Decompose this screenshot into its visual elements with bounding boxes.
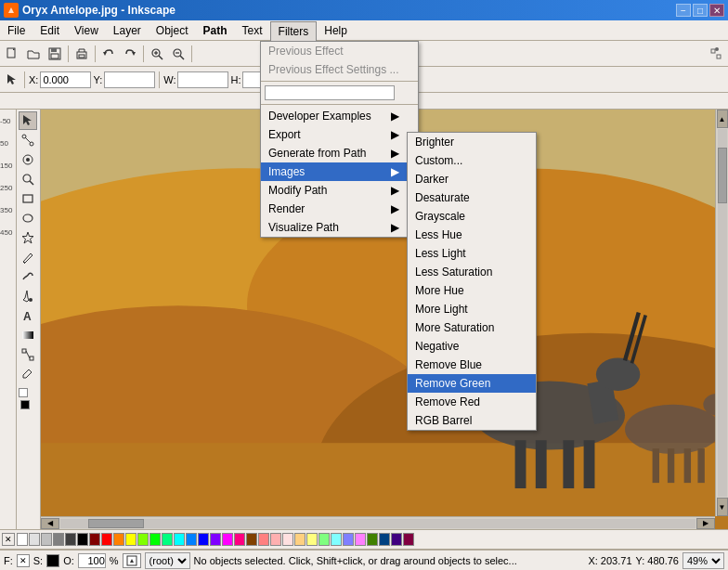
previous-effect-settings-item[interactable]: Previous Effect Settings ... <box>261 60 418 79</box>
text-tool[interactable]: A <box>19 306 37 325</box>
swatch-violet2[interactable] <box>355 533 366 546</box>
more-saturation-item[interactable]: More Saturation <box>408 318 536 337</box>
opacity-input[interactable] <box>78 553 106 568</box>
images-item[interactable]: Images ▶ <box>261 162 418 181</box>
custom-item[interactable]: Custom... <box>408 151 536 170</box>
bg-color[interactable] <box>20 400 30 409</box>
less-hue-item[interactable]: Less Hue <box>408 226 536 244</box>
swatch-moccasin[interactable] <box>294 533 306 546</box>
select-tool[interactable] <box>19 111 37 130</box>
swatch-violet[interactable] <box>210 533 221 546</box>
swatch-springgreen[interactable] <box>162 533 173 546</box>
open-button[interactable] <box>23 44 44 64</box>
swatch-cyan[interactable] <box>174 533 185 546</box>
menu-path[interactable]: Path <box>196 20 235 40</box>
previous-effect-item[interactable]: Previous Effect <box>261 42 418 60</box>
undo-button[interactable] <box>98 44 119 64</box>
calligraphy-tool[interactable] <box>19 267 37 286</box>
menu-edit[interactable]: Edit <box>32 20 67 40</box>
layer-select[interactable]: (root) <box>145 552 190 569</box>
scroll-thumb-h[interactable] <box>88 519 144 528</box>
swatch-magenta[interactable] <box>222 533 233 546</box>
redo-button[interactable] <box>120 44 140 64</box>
swatch-lightgray[interactable] <box>29 533 40 546</box>
new-button[interactable] <box>2 44 22 64</box>
export-item[interactable]: Export ▶ <box>261 125 418 144</box>
fill-swatch[interactable]: ✕ <box>17 554 30 567</box>
close-button[interactable]: ✕ <box>709 4 724 17</box>
pencil-tool[interactable] <box>19 248 37 266</box>
zoom-out-button[interactable] <box>168 44 188 64</box>
less-saturation-item[interactable]: Less Saturation <box>408 263 536 281</box>
negative-item[interactable]: Negative <box>408 337 536 356</box>
swatch-brown[interactable] <box>246 533 257 546</box>
scrollbar-vertical[interactable]: ▲ ▼ <box>715 110 728 516</box>
swatch-verydarkgray[interactable] <box>65 533 76 546</box>
tweak-tool[interactable] <box>19 150 37 169</box>
swatch-white[interactable] <box>17 533 28 546</box>
swatch-lime[interactable] <box>137 533 149 546</box>
minimize-button[interactable]: − <box>676 4 691 17</box>
menu-text[interactable]: Text <box>235 20 270 40</box>
swatch-olivedrab[interactable] <box>367 533 378 546</box>
swatch-navyblue[interactable] <box>379 533 390 546</box>
swatch-lightcyan[interactable] <box>331 533 342 546</box>
zoom-select[interactable]: 49% 100% 50% <box>682 552 724 569</box>
menu-help[interactable]: Help <box>317 20 355 40</box>
render-item[interactable]: Render ▶ <box>261 200 418 218</box>
swatch-palegreen[interactable] <box>318 533 330 546</box>
more-light-item[interactable]: More Light <box>408 300 536 318</box>
swatch-black[interactable] <box>77 533 88 546</box>
swatch-darkgray[interactable] <box>53 533 64 546</box>
star-tool[interactable] <box>19 228 37 247</box>
visualize-path-item[interactable]: Visualize Path ▶ <box>261 218 418 237</box>
swatch-lightsalmon[interactable] <box>270 533 281 546</box>
swatch-green[interactable] <box>150 533 161 546</box>
scroll-track-v[interactable] <box>718 129 727 497</box>
dropper-tool[interactable] <box>19 365 37 383</box>
maximize-button[interactable]: □ <box>693 4 708 17</box>
swatch-salmon[interactable] <box>258 533 269 546</box>
grayscale-item[interactable]: Grayscale <box>408 207 536 226</box>
less-light-item[interactable]: Less Light <box>408 244 536 263</box>
swatch-indigo[interactable] <box>391 533 402 546</box>
scroll-down-btn[interactable]: ▼ <box>717 498 728 516</box>
darker-item[interactable]: Darker <box>408 170 536 188</box>
swatch-burgundy[interactable] <box>403 533 414 546</box>
desaturate-item[interactable]: Desaturate <box>408 188 536 207</box>
zoom-tool[interactable] <box>19 170 37 188</box>
modify-path-item[interactable]: Modify Path ▶ <box>261 181 418 200</box>
remove-blue-item[interactable]: Remove Blue <box>408 356 536 374</box>
connector-tool[interactable] <box>19 345 37 364</box>
print-button[interactable] <box>72 44 92 64</box>
menu-view[interactable]: View <box>67 20 106 40</box>
w-input[interactable] <box>177 71 228 88</box>
stroke-swatch[interactable] <box>46 554 59 567</box>
rgb-barrel-item[interactable]: RGB Barrel <box>408 411 536 430</box>
swatch-periwinkle[interactable] <box>343 533 354 546</box>
y-input[interactable] <box>104 71 155 88</box>
ellipse-tool[interactable] <box>19 209 37 227</box>
more-hue-item[interactable]: More Hue <box>408 281 536 300</box>
remove-green-item[interactable]: Remove Green <box>408 374 536 393</box>
swatch-maroon[interactable] <box>89 533 100 546</box>
x-input[interactable]: 0.000 <box>40 71 91 88</box>
swatch-gray[interactable] <box>41 533 52 546</box>
no-fill-swatch[interactable]: ✕ <box>2 533 15 546</box>
scroll-thumb-v[interactable] <box>718 148 727 203</box>
zoom-in-button[interactable] <box>147 44 167 64</box>
scroll-up-btn[interactable]: ▲ <box>717 110 728 128</box>
menu-file[interactable]: File <box>0 20 32 40</box>
fill-tool[interactable] <box>19 287 37 305</box>
remove-red-item[interactable]: Remove Red <box>408 393 536 411</box>
rect-tool[interactable] <box>19 189 37 208</box>
swatch-orange[interactable] <box>113 533 124 546</box>
save-button[interactable] <box>45 44 65 64</box>
scroll-left-btn[interactable]: ◀ <box>41 518 59 529</box>
menu-object[interactable]: Object <box>149 20 196 40</box>
swatch-red[interactable] <box>101 533 112 546</box>
swatch-blue[interactable] <box>198 533 209 546</box>
menu-filters[interactable]: Filters <box>270 21 318 41</box>
developer-examples-item[interactable]: Developer Examples ▶ <box>261 107 418 125</box>
brighter-item[interactable]: Brighter <box>408 133 536 151</box>
